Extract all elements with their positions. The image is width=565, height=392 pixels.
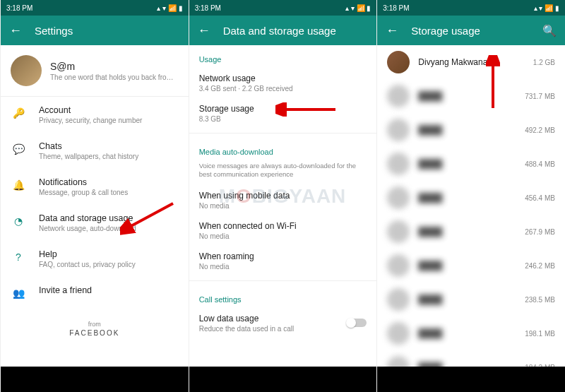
nav-back-icon[interactable]: ◁ (405, 373, 413, 386)
contact-avatar (387, 85, 410, 107)
storage-contact-row[interactable]: ████492.2 MB (377, 113, 565, 147)
screen-title: Storage usage (411, 25, 542, 37)
help-icon: ? (11, 249, 26, 265)
chat-icon: 💬 (11, 141, 26, 157)
settings-panel: 3:18 PM ▴ ▾ 📶 ▮ ← Settings S@m The one w… (0, 0, 189, 392)
media-header: Media auto-download (189, 138, 377, 160)
status-icons: ▴ ▾ 📶 ▮ (345, 4, 371, 12)
avatar (11, 55, 42, 86)
nav-back-icon[interactable]: ◁ (28, 373, 37, 386)
storage-contact-row[interactable]: ████456.4 MB (377, 181, 565, 215)
profile-status: The one word that holds you back from su… (50, 73, 179, 81)
contact-avatar (387, 119, 410, 141)
contact-avatar (387, 51, 410, 73)
back-icon[interactable]: ← (198, 23, 210, 38)
storage-contact-row[interactable]: ████488.4 MB (377, 147, 565, 181)
nav-home-icon[interactable]: ○ (468, 373, 475, 386)
nav-bar: ◁ ○ □ (189, 367, 377, 392)
contact-size: 198.1 MB (525, 330, 555, 338)
contact-size: 456.4 MB (525, 194, 555, 202)
contact-size: 246.2 MB (525, 262, 555, 270)
contact-avatar (387, 322, 410, 345)
nav-recent-icon[interactable]: □ (530, 373, 537, 386)
profile-name: S@m (50, 61, 179, 72)
nav-recent-icon[interactable]: □ (154, 373, 161, 386)
storage-contact-row[interactable]: ████731.7 MB (377, 79, 565, 113)
app-bar: ← Storage usage 🔍 (377, 16, 565, 45)
call-header: Call settings (189, 285, 377, 308)
storage-contact-row[interactable]: ████267.9 MB (377, 215, 565, 249)
contact-name: ████ (418, 159, 525, 169)
storage-contact-row[interactable]: Divyang Makwana1.2 GB (377, 45, 565, 79)
contact-size: 488.4 MB (525, 160, 555, 168)
contact-name: ████ (418, 193, 525, 203)
status-bar: 3:18 PM ▴ ▾ 📶 ▮ (377, 0, 565, 16)
nav-back-icon[interactable]: ◁ (217, 373, 225, 386)
storage-contact-row[interactable]: ████198.1 MB (377, 316, 565, 350)
storage-contact-row[interactable]: ████184.2 MB (377, 350, 565, 367)
nav-bar: ◁ ○ □ (1, 367, 189, 392)
data-usage-panel: 3:18 PM ▴ ▾ 📶 ▮ ← Data and storage usage… (189, 0, 377, 392)
contact-avatar (387, 220, 410, 243)
contact-avatar (387, 254, 410, 277)
data-usage-content: Usage Network usage 3.4 GB sent · 2.2 GB… (189, 45, 377, 367)
storage-list: Divyang Makwana1.2 GB████731.7 MB████492… (377, 45, 565, 367)
back-icon[interactable]: ← (9, 23, 22, 38)
profile-text: S@m The one word that holds you back fro… (50, 61, 179, 81)
network-usage-row[interactable]: Network usage 3.4 GB sent · 2.2 GB recei… (189, 68, 377, 98)
low-data-toggle[interactable] (347, 319, 367, 327)
invite-icon: 👥 (11, 285, 26, 301)
contact-avatar (387, 288, 410, 311)
storage-usage-panel: 3:18 PM ▴ ▾ 📶 ▮ ← Storage usage 🔍 Divyan… (376, 0, 565, 392)
media-desc: Voice messages are always auto-downloade… (189, 160, 377, 185)
nav-recent-icon[interactable]: □ (343, 373, 350, 386)
contact-avatar (387, 356, 410, 367)
contact-size: 731.7 MB (525, 93, 555, 100)
contact-size: 238.5 MB (525, 296, 555, 304)
wifi-row[interactable]: When connected on Wi-Fi No media (189, 215, 377, 246)
status-icons: ▴ ▾ 📶 ▮ (534, 4, 559, 12)
svg-line-0 (127, 203, 173, 228)
storage-contact-row[interactable]: ████238.5 MB (377, 283, 565, 316)
contact-size: 492.2 MB (525, 126, 555, 134)
divider (189, 133, 377, 133)
screen-title: Data and storage usage (223, 25, 369, 37)
usage-header: Usage (189, 45, 377, 68)
mobile-data-row[interactable]: When using mobile data No media (189, 185, 377, 215)
divider (189, 280, 377, 281)
profile-row[interactable]: S@m The one word that holds you back fro… (1, 45, 189, 97)
contact-name: ████ (418, 362, 525, 367)
contact-name: ████ (418, 91, 525, 101)
contact-name: ████ (418, 261, 525, 271)
search-icon[interactable]: 🔍 (542, 24, 557, 37)
contact-size: 1.2 GB (533, 59, 555, 66)
annotation-arrow-2 (275, 102, 339, 117)
contact-avatar (387, 186, 410, 209)
status-bar: 3:18 PM ▴ ▾ 📶 ▮ (1, 0, 189, 16)
setting-help[interactable]: ?HelpFAQ, contact us, privacy policy (1, 241, 189, 277)
annotation-arrow-1 (120, 200, 177, 235)
low-data-row[interactable]: Low data usage Reduce the data used in a… (189, 308, 377, 338)
status-icons: ▴ ▾ 📶 ▮ (157, 4, 182, 12)
storage-contact-row[interactable]: ████246.2 MB (377, 249, 565, 283)
nav-home-icon[interactable]: ○ (280, 373, 287, 386)
status-time: 3:18 PM (383, 4, 409, 12)
contact-size: 267.9 MB (525, 228, 555, 236)
contact-name: ████ (418, 295, 525, 304)
setting-account[interactable]: 🔑AccountPrivacy, security, change number (1, 97, 189, 133)
back-icon[interactable]: ← (386, 23, 398, 38)
status-time: 3:18 PM (6, 4, 32, 12)
nav-bar: ◁ ○ □ (377, 367, 565, 392)
setting-invite-a-friend[interactable]: 👥Invite a friend (1, 277, 189, 309)
contact-name: ████ (418, 227, 525, 237)
from-facebook: from FACEBOOK (1, 309, 189, 348)
contact-avatar (387, 153, 410, 175)
roaming-row[interactable]: When roaming No media (189, 246, 377, 276)
annotation-arrow-3 (486, 55, 500, 112)
app-bar: ← Data and storage usage (189, 16, 377, 45)
screen-title: Settings (35, 25, 180, 37)
setting-chats[interactable]: 💬ChatsTheme, wallpapers, chat history (1, 133, 189, 169)
contact-name: ████ (418, 328, 525, 338)
key-icon: 🔑 (11, 105, 26, 121)
nav-home-icon[interactable]: ○ (92, 373, 99, 386)
